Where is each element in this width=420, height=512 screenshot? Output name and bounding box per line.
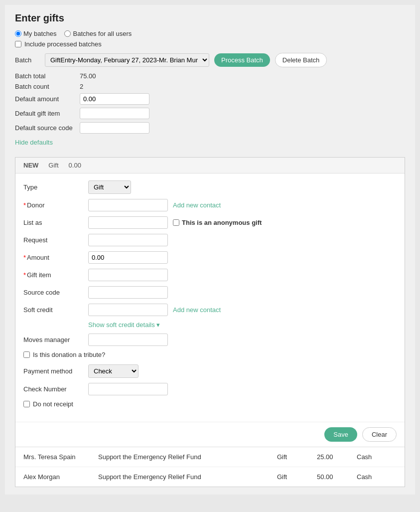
delete-batch-button[interactable]: Delete Batch <box>275 53 327 67</box>
include-processed-label: Include processed batches <box>24 40 102 48</box>
include-processed-row: Include processed batches <box>15 40 405 48</box>
record-amount: 25.00 <box>317 453 357 461</box>
check-number-label: Check Number <box>23 385 88 393</box>
anon-checkbox[interactable] <box>173 219 179 226</box>
soft-credit-row: Soft credit Add new contact <box>23 304 397 316</box>
batch-count-label: Batch count <box>15 83 80 90</box>
table-row: Mrs. Teresa Spain Support the Emergency … <box>15 447 405 467</box>
do-not-receipt-label: Do not receipt <box>33 400 73 408</box>
amount-label: Amount <box>23 254 88 261</box>
amount-input[interactable] <box>88 251 168 264</box>
donor-label: Donor <box>23 201 88 209</box>
soft-credit-details-row: Show soft credit details ▾ <box>88 321 397 329</box>
anon-checkbox-row: This is an anonymous gift <box>173 219 262 226</box>
record-name: Alex Morgan <box>23 473 98 481</box>
add-new-contact-link[interactable]: Add new contact <box>173 201 221 209</box>
record-type: Gift <box>277 473 317 481</box>
record-type: Gift <box>277 453 317 461</box>
source-code-row: Source code <box>23 286 397 299</box>
donor-input[interactable] <box>88 199 168 211</box>
list-as-input[interactable] <box>88 216 168 229</box>
action-row: Save Clear <box>15 422 405 447</box>
moves-manager-label: Moves manager <box>23 336 88 343</box>
batch-selector-row: Batch GiftEntry-Monday, February 27, 202… <box>15 53 405 67</box>
record-method: Cash <box>357 453 397 461</box>
form-body: Type Gift Pledge Payment Donor Add new c… <box>15 173 405 422</box>
batch-count-value: 2 <box>80 83 405 90</box>
default-amount-input[interactable] <box>80 93 149 105</box>
tribute-row: Is this donation a tribute? <box>23 351 397 358</box>
check-number-input[interactable] <box>88 383 168 395</box>
include-processed-checkbox[interactable] <box>15 41 21 47</box>
type-label: Type <box>23 183 88 191</box>
record-name: Mrs. Teresa Spain <box>23 453 98 461</box>
source-code-input[interactable] <box>88 286 168 299</box>
check-number-row: Check Number <box>23 383 397 395</box>
all-batches-radio[interactable] <box>64 30 71 37</box>
gift-form: NEW Gift 0.00 Type Gift Pledge Payment D… <box>15 157 405 487</box>
default-amount-label: Default amount <box>15 93 80 105</box>
soft-credit-add-contact-link[interactable]: Add new contact <box>173 306 221 314</box>
batch-filter-row: My batches Batches for all users <box>15 30 405 37</box>
do-not-receipt-checkbox[interactable] <box>23 401 30 407</box>
batch-info-grid: Batch total 75.00 Batch count 2 Default … <box>15 72 405 134</box>
default-source-code-input[interactable] <box>80 122 149 134</box>
default-source-code-label: Default source code <box>15 122 80 134</box>
all-batches-label[interactable]: Batches for all users <box>64 30 132 37</box>
batch-total-label: Batch total <box>15 72 80 80</box>
hide-defaults-link[interactable]: Hide defaults <box>15 139 53 146</box>
default-gift-item-input[interactable] <box>80 108 149 119</box>
default-gift-item-label: Default gift item <box>15 108 80 119</box>
gift-item-label: Gift item <box>23 271 88 279</box>
tribute-label: Is this donation a tribute? <box>33 351 105 358</box>
payment-method-label: Payment method <box>23 367 88 375</box>
list-as-row: List as This is an anonymous gift <box>23 216 397 229</box>
amount-row: Amount <box>23 251 397 264</box>
payment-method-select[interactable]: Check Cash Credit Card <box>88 364 139 378</box>
my-batches-radio[interactable] <box>15 30 21 37</box>
process-batch-button[interactable]: Process Batch <box>214 53 270 67</box>
record-fund: Support the Emergency Relief Fund <box>98 453 277 461</box>
type-select[interactable]: Gift Pledge Payment <box>88 180 131 194</box>
gift-item-input[interactable] <box>88 269 168 281</box>
request-input[interactable] <box>88 234 168 246</box>
source-code-label: Source code <box>23 289 88 296</box>
donor-row: Donor Add new contact <box>23 199 397 211</box>
table-row: Alex Morgan Support the Emergency Relief… <box>15 467 405 487</box>
moves-manager-input[interactable] <box>88 334 168 346</box>
moves-manager-row: Moves manager <box>23 334 397 346</box>
anon-label: This is an anonymous gift <box>182 219 262 226</box>
default-gift-item-field <box>80 108 405 119</box>
page-title: Enter gifts <box>15 12 405 24</box>
list-as-label: List as <box>23 219 88 226</box>
default-amount-field <box>80 93 405 105</box>
show-soft-credit-details-link[interactable]: Show soft credit details ▾ <box>88 321 160 329</box>
batch-select[interactable]: GiftEntry-Monday, February 27, 2023-Mr. … <box>45 53 209 67</box>
form-header-amount: 0.00 <box>69 162 81 169</box>
payment-method-row: Payment method Check Cash Credit Card <box>23 364 397 378</box>
request-label: Request <box>23 236 88 244</box>
form-header-gift: Gift <box>48 162 58 169</box>
form-header-new: NEW <box>23 162 38 169</box>
do-not-receipt-row: Do not receipt <box>23 400 397 408</box>
record-amount: 50.00 <box>317 473 357 481</box>
save-button[interactable]: Save <box>324 427 357 442</box>
my-batches-label[interactable]: My batches <box>15 30 56 37</box>
batch-total-value: 75.00 <box>80 72 405 80</box>
soft-credit-label: Soft credit <box>23 306 88 314</box>
records-table: Mrs. Teresa Spain Support the Emergency … <box>15 447 405 487</box>
form-header: NEW Gift 0.00 <box>15 158 405 173</box>
gift-item-row: Gift item <box>23 269 397 281</box>
request-row: Request <box>23 234 397 246</box>
record-method: Cash <box>357 473 397 481</box>
page-container: Enter gifts My batches Batches for all u… <box>5 5 415 495</box>
type-row: Type Gift Pledge Payment <box>23 180 397 194</box>
record-fund: Support the Emergency Relief Fund <box>98 473 277 481</box>
tribute-checkbox[interactable] <box>23 351 30 358</box>
clear-button[interactable]: Clear <box>362 427 397 442</box>
batch-label: Batch <box>15 56 40 64</box>
soft-credit-input[interactable] <box>88 304 168 316</box>
default-source-code-field <box>80 122 405 134</box>
